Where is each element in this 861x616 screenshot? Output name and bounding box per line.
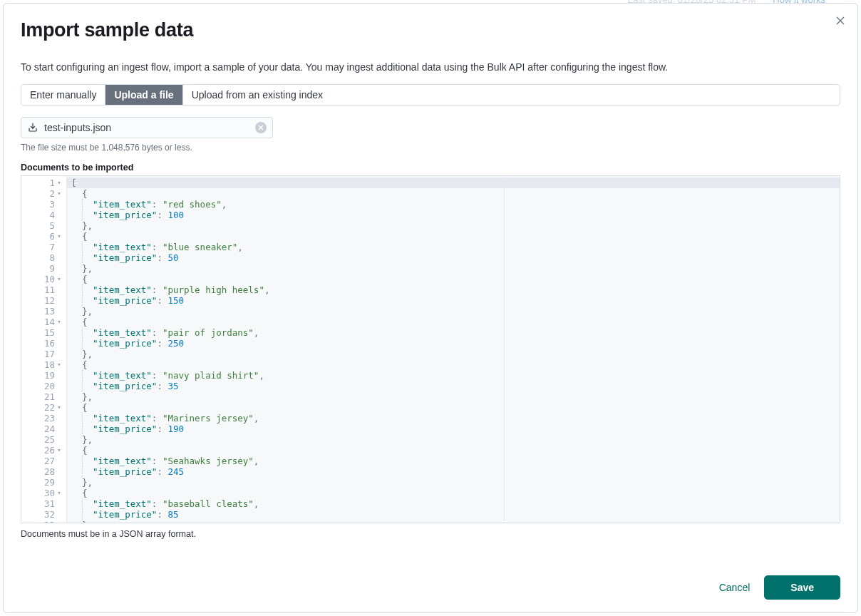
editor-gutter: 1▾2▾3456▾78910▾11121314▾15161718▾1920212…: [21, 176, 67, 523]
active-line-highlight: [505, 178, 840, 188]
uploaded-file-name: test-inputs.json: [44, 122, 249, 133]
modal-footer: Cancel Save: [4, 564, 857, 612]
close-icon: [835, 16, 845, 26]
tab-enter-manually[interactable]: Enter manually: [21, 85, 105, 105]
tab-upload-existing-index[interactable]: Upload from an existing index: [183, 85, 331, 105]
cancel-button[interactable]: Cancel: [716, 576, 753, 599]
import-sample-data-modal: Import sample data To start configuring …: [3, 3, 858, 613]
uploaded-file-chip[interactable]: test-inputs.json: [21, 117, 273, 138]
close-button[interactable]: [833, 14, 847, 28]
file-size-hint: The file size must be 1,048,576 bytes or…: [21, 143, 840, 153]
documents-format-hint: Documents must be in a JSON array format…: [21, 529, 840, 539]
tab-upload-file[interactable]: Upload a file: [105, 85, 182, 105]
json-editor[interactable]: 1▾2▾3456▾78910▾11121314▾15161718▾1920212…: [21, 175, 840, 523]
import-method-tabs: Enter manually Upload a file Upload from…: [21, 84, 840, 106]
close-icon: [258, 125, 264, 130]
editor-right-pane[interactable]: [505, 176, 840, 523]
editor-left-pane[interactable]: [ { "item_text": "red shoes", "item_pric…: [67, 176, 505, 523]
import-icon: [27, 122, 38, 133]
clear-file-button[interactable]: [255, 122, 267, 133]
documents-label: Documents to be imported: [21, 163, 840, 173]
modal-title: Import sample data: [21, 19, 840, 41]
save-button[interactable]: Save: [764, 575, 840, 600]
code-content: [ { "item_text": "red shoes", "item_pric…: [67, 176, 504, 523]
modal-intro-text: To start configuring an ingest flow, imp…: [21, 61, 840, 73]
